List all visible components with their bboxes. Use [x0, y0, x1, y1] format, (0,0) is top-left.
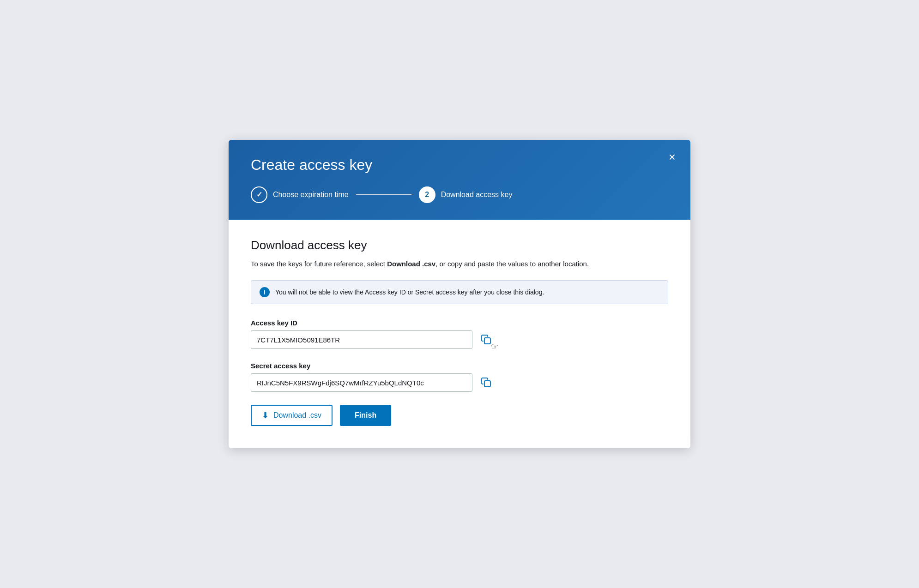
section-desc-end: , or copy and paste the values to anothe…	[435, 260, 589, 268]
dialog-title: Create access key	[251, 156, 668, 174]
close-button[interactable]: ×	[665, 149, 679, 165]
section-title: Download access key	[251, 238, 668, 252]
download-csv-label: Download .csv	[273, 411, 321, 420]
step-2-label: Download access key	[441, 191, 513, 199]
section-desc-bold: Download .csv	[387, 260, 435, 268]
copy-icon	[481, 334, 492, 345]
access-key-id-input[interactable]	[251, 330, 472, 349]
finish-button[interactable]: Finish	[340, 405, 391, 426]
access-key-id-section: Access key ID ☞	[251, 319, 668, 349]
section-desc-plain: To save the keys for future reference, s…	[251, 260, 387, 268]
secret-key-row	[251, 373, 668, 392]
access-key-id-row: ☞	[251, 330, 668, 349]
secret-access-key-section: Secret access key	[251, 362, 668, 392]
dialog-body: Download access key To save the keys for…	[229, 220, 690, 449]
step-2-circle: 2	[419, 186, 435, 203]
download-csv-button[interactable]: ⬇ Download .csv	[251, 405, 333, 426]
download-arrow-icon: ⬇	[262, 410, 269, 420]
copy-access-key-button[interactable]: ☞	[478, 331, 495, 348]
actions-row: ⬇ Download .csv Finish	[251, 405, 668, 426]
dialog-header: × Create access key ✓ Choose expiration …	[229, 140, 690, 220]
step-connector	[356, 194, 411, 195]
cursor-hand-icon: ☞	[491, 342, 498, 352]
section-description: To save the keys for future reference, s…	[251, 259, 668, 270]
step-1-label: Choose expiration time	[273, 191, 349, 199]
secret-key-input[interactable]	[251, 373, 472, 392]
info-icon: i	[260, 287, 270, 297]
svg-rect-0	[484, 338, 490, 344]
svg-rect-1	[484, 381, 490, 387]
step-1-circle: ✓	[251, 186, 267, 203]
steps-row: ✓ Choose expiration time 2 Download acce…	[251, 186, 668, 203]
secret-key-label: Secret access key	[251, 362, 668, 370]
step-1: ✓ Choose expiration time	[251, 186, 349, 203]
info-banner: i You will not be able to view the Acces…	[251, 280, 668, 304]
copy-secret-key-button[interactable]	[478, 374, 495, 391]
access-key-id-label: Access key ID	[251, 319, 668, 327]
copy-icon	[481, 377, 492, 388]
step-2: 2 Download access key	[419, 186, 513, 203]
info-banner-text: You will not be able to view the Access …	[275, 288, 544, 297]
create-access-key-dialog: × Create access key ✓ Choose expiration …	[229, 140, 690, 449]
